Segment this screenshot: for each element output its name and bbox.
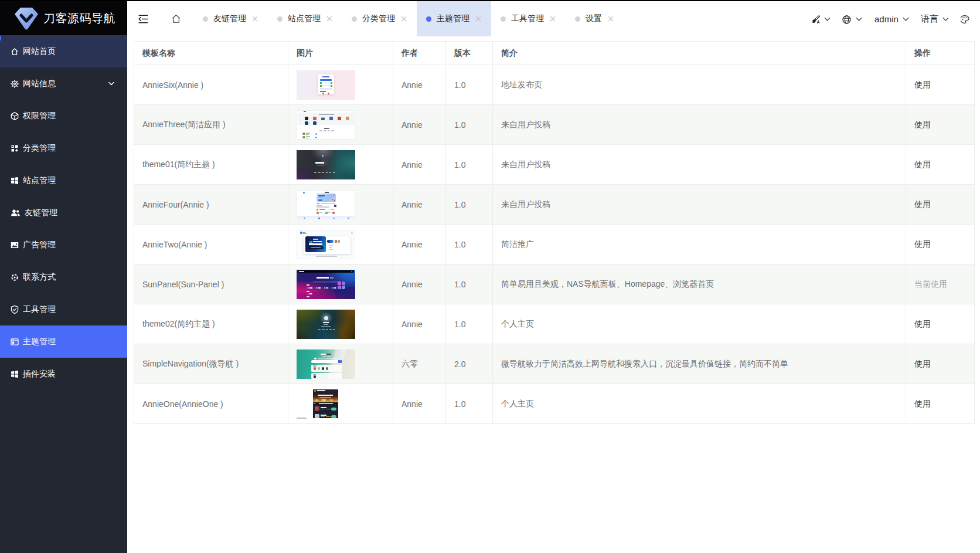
svg-text:A: A: [817, 20, 820, 23]
